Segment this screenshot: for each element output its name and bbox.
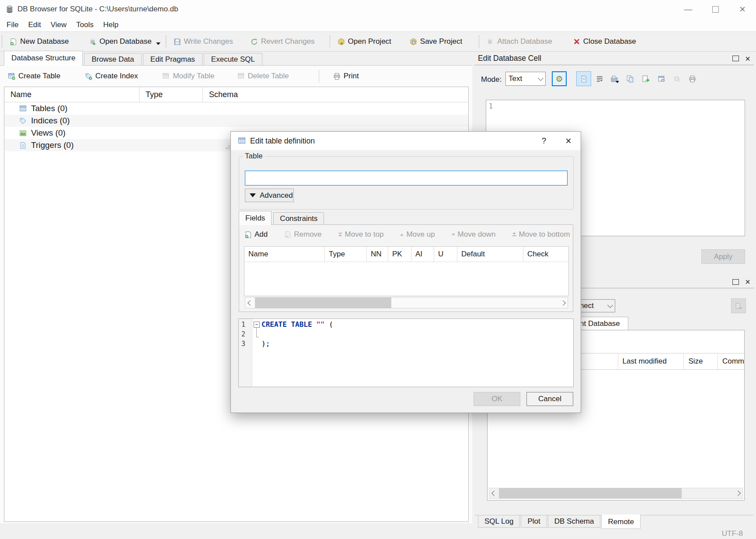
grid-column-nn[interactable]: NN xyxy=(367,247,388,262)
structure-toolbar-separator xyxy=(319,70,319,83)
tab-fields[interactable]: Fields xyxy=(239,211,272,225)
menu-edit[interactable]: Edit xyxy=(23,18,45,32)
grid-column-type[interactable]: Type xyxy=(325,247,367,262)
mode-select[interactable]: Text xyxy=(505,72,546,86)
remote-horizontal-scrollbar[interactable] xyxy=(489,488,743,499)
add-field-button[interactable]: Add xyxy=(244,230,268,239)
cancel-button[interactable]: Cancel xyxy=(526,392,573,406)
float-panel-icon[interactable] xyxy=(732,56,739,61)
menu-view[interactable]: View xyxy=(46,18,72,32)
save-project-button[interactable]: Save Project xyxy=(406,34,466,49)
tab-remote[interactable]: Remote xyxy=(601,514,641,529)
move-up-button[interactable]: Move up xyxy=(400,230,435,239)
set-null-button[interactable] xyxy=(670,71,685,86)
indices-icon xyxy=(19,117,27,125)
close-database-label: Close Database xyxy=(583,37,636,46)
grid-column-default[interactable]: Default xyxy=(457,247,523,262)
open-database-button[interactable]: Open Database xyxy=(86,34,155,49)
modify-table-button[interactable]: Modify Table xyxy=(159,69,218,84)
add-label: Add xyxy=(254,230,268,239)
new-database-button[interactable]: New Database xyxy=(6,34,73,49)
print-cell-button[interactable] xyxy=(685,71,700,86)
remove-field-button[interactable]: Remove xyxy=(284,230,321,239)
tab-execute-sql[interactable]: Execute SQL xyxy=(204,53,262,65)
tab-browse-data[interactable]: Browse Data xyxy=(84,53,141,65)
scroll-left-icon[interactable] xyxy=(489,488,499,498)
tree-column-type[interactable]: Type xyxy=(139,87,203,102)
menu-tools[interactable]: Tools xyxy=(71,18,98,32)
move-to-top-button[interactable]: Move to top xyxy=(338,230,384,239)
tab-constraints[interactable]: Constraints xyxy=(273,212,324,225)
advanced-label: Advanced xyxy=(260,191,293,200)
tree-row-indices[interactable]: Indices (0) xyxy=(4,115,468,127)
remote-column-last-modified[interactable]: Last modified xyxy=(618,354,684,369)
tree-column-schema[interactable]: Schema xyxy=(203,87,468,102)
scroll-right-icon[interactable] xyxy=(558,298,568,308)
remote-column-commit[interactable]: Comm xyxy=(718,354,744,369)
grid-column-u[interactable]: U xyxy=(434,247,457,262)
close-panel-icon[interactable]: × xyxy=(745,54,750,63)
close-button[interactable]: × xyxy=(729,0,756,18)
apply-button[interactable]: Apply xyxy=(701,249,745,264)
move-top-label: Move to top xyxy=(345,230,384,239)
delete-table-button[interactable]: Delete Table xyxy=(234,69,293,84)
sql-line-1[interactable]: CREATE TABLE "" ( xyxy=(261,320,333,329)
dialog-title-bar[interactable]: Edit table definition ? × xyxy=(231,132,581,150)
toolbar-handle xyxy=(2,35,3,48)
scrollbar-thumb[interactable] xyxy=(499,488,682,498)
attach-database-button[interactable]: Attach Database xyxy=(483,34,556,49)
ok-button[interactable]: OK xyxy=(474,392,520,406)
export-button[interactable] xyxy=(638,71,653,86)
write-changes-button[interactable]: Write Changes xyxy=(170,34,237,49)
table-name-input[interactable] xyxy=(245,171,568,186)
open-project-button[interactable]: Open Project xyxy=(334,34,395,49)
grid-column-name[interactable]: Name xyxy=(244,247,325,262)
minimize-button[interactable]: — xyxy=(675,0,702,18)
sql-line-3[interactable]: ); xyxy=(261,340,270,348)
field-buttons-row: Add Remove Move to top Move up Move down… xyxy=(239,225,573,244)
mode-settings-button[interactable]: ⚙ xyxy=(552,71,567,86)
text-view-button[interactable] xyxy=(576,71,591,86)
remote-column-size[interactable]: Size xyxy=(684,354,718,369)
menu-file[interactable]: File xyxy=(2,18,23,32)
grid-column-ai[interactable]: AI xyxy=(411,247,434,262)
advanced-toggle-button[interactable]: Advanced xyxy=(245,189,294,202)
mode-value: Text xyxy=(509,74,522,83)
create-table-icon xyxy=(8,73,15,80)
encoding-indicator: UTF-8 xyxy=(722,529,743,538)
tab-edit-pragmas[interactable]: Edit Pragmas xyxy=(143,53,202,65)
open-in-window-button[interactable] xyxy=(654,71,669,86)
menu-help[interactable]: Help xyxy=(98,18,123,32)
edit-cell-panel-header: Edit Database Cell × xyxy=(474,52,754,65)
tree-row-label: Triggers (0) xyxy=(31,140,73,150)
dialog-close-button[interactable]: × xyxy=(556,132,581,150)
grid-column-check[interactable]: Check xyxy=(523,247,568,262)
fields-grid-scrollbar[interactable] xyxy=(245,297,568,308)
open-database-dropdown-icon[interactable] xyxy=(156,42,160,45)
move-down-button[interactable]: Move down xyxy=(452,230,496,239)
move-to-bottom-button[interactable]: Move to bottom xyxy=(512,230,570,239)
dialog-help-button[interactable]: ? xyxy=(532,132,556,150)
scrollbar-thumb[interactable] xyxy=(255,298,391,308)
close-database-button[interactable]: ✕ Close Database xyxy=(570,34,640,49)
grid-column-pk[interactable]: PK xyxy=(388,247,411,262)
delete-table-icon xyxy=(237,73,245,80)
tree-column-name[interactable]: Name xyxy=(4,87,139,102)
create-table-button[interactable]: Create Table xyxy=(4,69,64,84)
scroll-left-icon[interactable] xyxy=(245,298,255,308)
import-button[interactable] xyxy=(607,71,622,86)
word-wrap-button[interactable] xyxy=(592,71,607,86)
float-panel-icon[interactable] xyxy=(732,279,739,285)
maximize-button[interactable] xyxy=(702,0,729,18)
create-index-button[interactable]: Create Index xyxy=(81,69,141,84)
copy-cell-button[interactable] xyxy=(623,71,638,86)
revert-changes-button[interactable]: Revert Changes xyxy=(247,34,318,49)
close-panel-icon[interactable]: × xyxy=(745,277,750,286)
scroll-right-icon[interactable] xyxy=(733,488,742,498)
fold-marker-icon[interactable]: − xyxy=(254,322,260,328)
remote-push-button[interactable] xyxy=(731,298,746,313)
print-button[interactable]: Print xyxy=(330,69,362,84)
tab-database-structure[interactable]: Database Structure xyxy=(4,51,83,66)
tree-row-tables[interactable]: Tables (0) xyxy=(4,102,468,115)
null-icon xyxy=(674,75,681,82)
